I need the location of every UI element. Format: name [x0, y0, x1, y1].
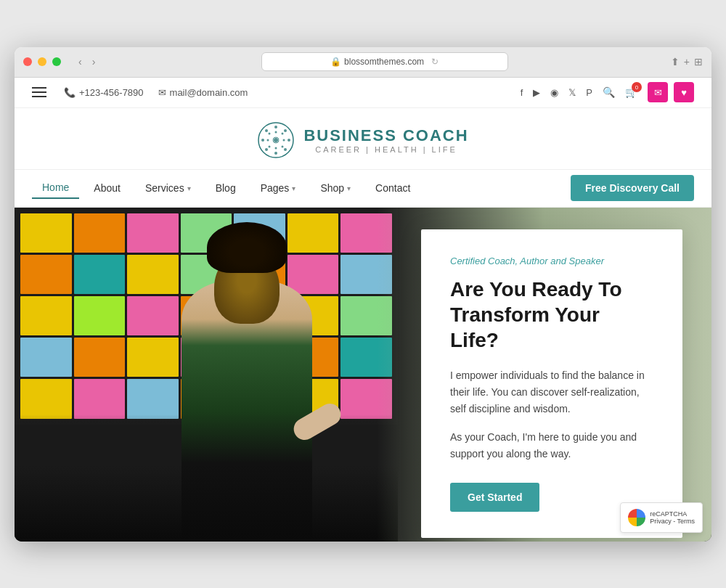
- svg-point-10: [275, 147, 277, 149]
- svg-point-7: [265, 148, 268, 151]
- nav-item-pages[interactable]: Pages ▾: [250, 178, 306, 198]
- sticky-note: [74, 338, 126, 377]
- email-icon: ✉: [158, 87, 166, 98]
- hero-section: Certified Coach, Author and Speaker Are …: [15, 208, 711, 542]
- svg-point-5: [265, 129, 268, 132]
- recaptcha-badge: reCAPTCHA Privacy - Terms: [620, 502, 703, 533]
- nav-item-home[interactable]: Home: [32, 177, 79, 199]
- browser-nav-controls: ‹ ›: [76, 54, 98, 69]
- maximize-button[interactable]: [52, 57, 61, 66]
- sticky-notes-board: [15, 208, 398, 542]
- email-address: mail@domain.com: [170, 87, 248, 98]
- sticky-note: [74, 255, 126, 294]
- svg-point-1: [274, 126, 277, 128]
- get-started-button[interactable]: Get Started: [450, 483, 539, 512]
- nav-item-shop[interactable]: Shop ▾: [310, 178, 361, 198]
- phone-icon: 📞: [64, 87, 76, 98]
- svg-point-6: [284, 129, 287, 132]
- svg-point-2: [274, 152, 277, 155]
- card-subtitle: Certified Coach, Author and Speaker: [450, 256, 653, 266]
- card-body-2: As your Coach, I'm here to guide you and…: [450, 429, 653, 462]
- recaptcha-text: reCAPTCHA Privacy - Terms: [650, 510, 695, 525]
- recaptcha-logo-icon: [628, 509, 645, 526]
- hamburger-line: [32, 87, 46, 89]
- logo-area: BUSINESS COACH CAREER | HEALTH | LIFE: [257, 121, 468, 159]
- url-text: blossomthemes.com: [344, 57, 424, 67]
- logo-icon: [257, 121, 295, 159]
- search-icon[interactable]: 🔍: [603, 86, 615, 98]
- email-contact: ✉ mail@domain.com: [158, 87, 248, 98]
- email-button[interactable]: ✉: [648, 82, 668, 102]
- utility-left: 📞 +123-456-7890 ✉ mail@domain.com: [32, 87, 248, 98]
- youtube-icon[interactable]: ▶: [533, 87, 540, 98]
- cart-icon[interactable]: 🛒 0: [625, 86, 637, 98]
- svg-point-4: [287, 139, 290, 142]
- svg-point-12: [283, 139, 285, 141]
- utility-bar: 📞 +123-456-7890 ✉ mail@domain.com f ▶ ◉ …: [15, 78, 711, 108]
- logo-text: BUSINESS COACH CAREER | HEALTH | LIFE: [303, 126, 468, 154]
- sticky-note: [20, 379, 72, 418]
- svg-point-8: [284, 148, 287, 151]
- pages-dropdown-icon: ▾: [292, 184, 295, 192]
- sticky-note: [74, 296, 126, 335]
- hamburger-line: [32, 91, 46, 93]
- nav-item-about[interactable]: About: [83, 178, 131, 198]
- address-bar-container: 🔒 blossomthemes.com ↻: [104, 52, 664, 71]
- browser-action-buttons: ⬆ + ⊞: [671, 56, 703, 68]
- nav-links: Home About Services ▾ Blog Pages ▾ Shop …: [32, 177, 420, 199]
- nav-item-blog[interactable]: Blog: [205, 178, 246, 198]
- sticky-note: [20, 213, 72, 253]
- svg-point-11: [267, 139, 269, 141]
- minimize-button[interactable]: [38, 57, 46, 66]
- utility-right: f ▶ ◉ 𝕏 P 🔍 🛒 0 ✉ ♥: [521, 82, 694, 102]
- new-tab-button[interactable]: +: [684, 56, 690, 68]
- sticky-note: [74, 379, 126, 418]
- svg-point-14: [282, 132, 284, 134]
- back-button[interactable]: ‹: [76, 54, 85, 69]
- grid-button[interactable]: ⊞: [694, 56, 703, 68]
- sticky-note: [74, 213, 126, 253]
- sticky-note: [20, 338, 72, 377]
- svg-point-15: [269, 145, 271, 147]
- sticky-note: [20, 255, 72, 294]
- svg-point-16: [282, 145, 284, 147]
- address-bar[interactable]: 🔒 blossomthemes.com ↻: [261, 52, 508, 71]
- utility-contact: 📞 +123-456-7890 ✉ mail@domain.com: [64, 87, 248, 98]
- site-header: BUSINESS COACH CAREER | HEALTH | LIFE: [15, 108, 711, 170]
- sticky-note: [20, 296, 72, 335]
- free-discovery-call-button[interactable]: Free Discovery Call: [571, 175, 694, 201]
- browser-window: ‹ › 🔒 blossomthemes.com ↻ ⬆ + ⊞: [15, 47, 711, 542]
- cart-badge: 0: [632, 82, 642, 92]
- recaptcha-label: reCAPTCHA: [650, 510, 695, 518]
- hero-content-card: Certified Coach, Author and Speaker Are …: [421, 229, 682, 538]
- phone-number: +123-456-7890: [79, 87, 144, 98]
- reload-icon: ↻: [431, 57, 439, 67]
- nav-item-services[interactable]: Services ▾: [135, 178, 201, 198]
- svg-point-3: [261, 139, 264, 142]
- card-title: Are You Ready To Transform Your Life?: [450, 277, 653, 353]
- forward-button[interactable]: ›: [89, 54, 99, 69]
- hamburger-line: [32, 96, 46, 97]
- recaptcha-privacy: Privacy - Terms: [650, 518, 695, 525]
- browser-titlebar: ‹ › 🔒 blossomthemes.com ↻ ⬆ + ⊞: [15, 47, 711, 78]
- pinterest-icon[interactable]: P: [586, 87, 592, 98]
- svg-point-9: [275, 131, 277, 133]
- twitter-icon[interactable]: 𝕏: [568, 87, 576, 98]
- svg-point-13: [269, 132, 271, 134]
- phone-contact: 📞 +123-456-7890: [64, 87, 144, 98]
- wishlist-button[interactable]: ♥: [674, 82, 694, 102]
- instagram-icon[interactable]: ◉: [550, 87, 558, 98]
- brand-name: BUSINESS COACH: [303, 126, 468, 145]
- svg-point-18: [274, 138, 278, 142]
- lock-icon: 🔒: [330, 57, 341, 67]
- close-button[interactable]: [23, 57, 32, 66]
- hamburger-menu[interactable]: [32, 87, 46, 97]
- services-dropdown-icon: ▾: [187, 184, 191, 192]
- person-figure: [145, 237, 348, 542]
- card-body-1: I empower individuals to find the balanc…: [450, 367, 653, 417]
- navigation-bar: Home About Services ▾ Blog Pages ▾ Shop …: [15, 170, 711, 208]
- share-button[interactable]: ⬆: [671, 56, 680, 68]
- brand-tagline: CAREER | HEALTH | LIFE: [303, 145, 468, 154]
- nav-item-contact[interactable]: Contact: [365, 178, 420, 198]
- facebook-icon[interactable]: f: [521, 87, 523, 98]
